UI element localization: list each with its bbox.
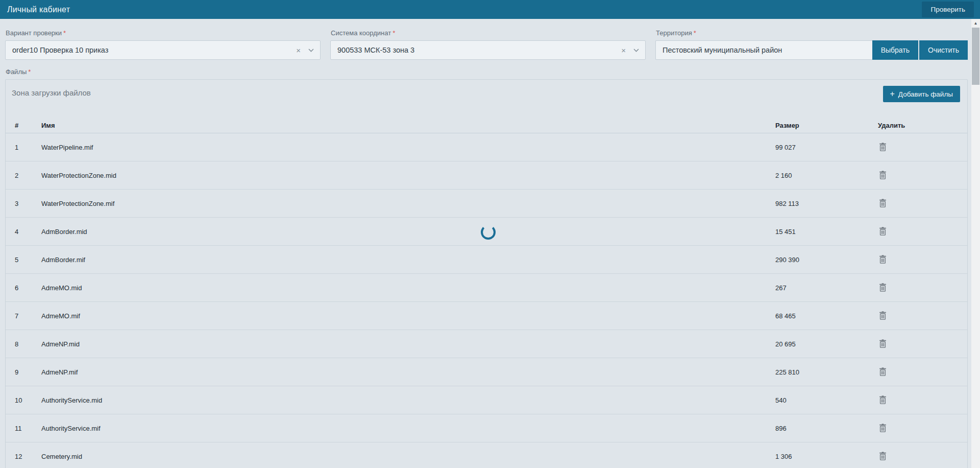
- check-button[interactable]: Проверить: [922, 2, 974, 17]
- chevron-down-icon[interactable]: [633, 49, 639, 52]
- file-name-cell: AdmBorder.mid: [41, 228, 775, 236]
- delete-file-button[interactable]: [878, 451, 888, 461]
- files-label: Файлы*: [6, 68, 968, 76]
- territory-label-text: Территория: [656, 29, 692, 37]
- add-files-button[interactable]: + Добавить файлы: [883, 86, 961, 102]
- table-row: 5 AdmBorder.mif 290 390: [6, 246, 967, 274]
- file-index-cell: 5: [6, 256, 41, 264]
- file-name-cell: AdmeNP.mid: [41, 340, 775, 348]
- table-row: 6 AdmeMO.mid 267: [6, 274, 967, 302]
- file-size-cell: 15 451: [775, 228, 871, 236]
- column-header-size: Размер: [775, 122, 871, 129]
- table-row: 11 AuthorityService.mif 896: [6, 414, 967, 442]
- trash-icon: [879, 227, 887, 236]
- upload-zone-header: Зона загрузки файлов + Добавить файлы: [6, 83, 967, 102]
- table-row: 3 WaterProtectionZone.mif 982 113: [6, 190, 967, 218]
- territory-input-group: Пестовский муниципальный район Выбрать О…: [655, 40, 968, 60]
- file-name-cell: AdmeNP.mif: [41, 368, 775, 376]
- delete-file-button[interactable]: [878, 366, 888, 377]
- table-row: 7 AdmeMO.mif 68 465: [6, 302, 967, 330]
- coordinate-system-select[interactable]: 900533 МСК-53 зона 3 ×: [330, 40, 646, 60]
- delete-file-button[interactable]: [878, 170, 888, 180]
- coordinate-system-label: Система координат*: [331, 29, 646, 37]
- coordinate-system-value: 900533 МСК-53 зона 3: [337, 46, 414, 54]
- column-header-name: Имя: [41, 122, 775, 129]
- file-table-header-row: # Имя Размер Удалить: [6, 118, 967, 133]
- table-row: 2 WaterProtectionZone.mid 2 160: [6, 161, 967, 190]
- file-delete-cell: [871, 170, 967, 181]
- file-size-cell: 99 027: [775, 144, 871, 151]
- delete-file-button[interactable]: [878, 142, 888, 152]
- trash-icon: [879, 367, 887, 376]
- check-variant-label: Вариант проверки*: [6, 29, 321, 37]
- delete-file-button[interactable]: [878, 338, 888, 349]
- scrollbar-thumb[interactable]: [972, 28, 979, 85]
- page-title: Личный кабинет: [7, 5, 70, 14]
- file-index-cell: 9: [6, 368, 41, 376]
- file-delete-cell: [871, 423, 967, 434]
- file-size-cell: 68 465: [775, 312, 871, 320]
- file-size-cell: 982 113: [775, 200, 871, 207]
- clear-icon[interactable]: ×: [296, 46, 301, 54]
- file-index-cell: 3: [6, 200, 41, 207]
- select-icons: ×: [621, 46, 639, 54]
- app-header: Личный кабинет Проверить: [0, 0, 980, 19]
- delete-file-button[interactable]: [878, 394, 888, 405]
- trash-icon: [879, 424, 887, 432]
- plus-icon: +: [890, 90, 895, 98]
- file-delete-cell: [871, 394, 967, 406]
- delete-file-button[interactable]: [878, 282, 888, 293]
- trash-icon: [879, 452, 887, 460]
- upload-zone-title: Зона загрузки файлов: [12, 86, 91, 97]
- trash-icon: [879, 395, 887, 404]
- select-icons: ×: [296, 46, 314, 54]
- form-row: Вариант проверки* order10 Проверка 10 пр…: [5, 28, 968, 60]
- file-name-cell: WaterProtectionZone.mid: [41, 172, 775, 179]
- file-delete-cell: [871, 254, 967, 265]
- coordinate-system-label-text: Система координат: [331, 29, 391, 37]
- scroll-up-arrow-icon[interactable]: ▲: [971, 19, 980, 28]
- file-table-body: 1 WaterPipeline.mif 99 027 2 WaterProtec…: [6, 133, 967, 468]
- file-index-cell: 1: [6, 144, 41, 151]
- coordinate-system-field-group: Система координат* 900533 МСК-53 зона 3 …: [330, 28, 646, 60]
- file-size-cell: 20 695: [775, 340, 871, 348]
- chevron-down-icon[interactable]: [308, 49, 314, 52]
- file-size-cell: 2 160: [775, 172, 871, 179]
- territory-clear-button[interactable]: Очистить: [919, 40, 968, 60]
- territory-select-button[interactable]: Выбрать: [872, 40, 918, 60]
- file-name-cell: AdmeMO.mif: [41, 312, 775, 320]
- table-row: 1 WaterPipeline.mif 99 027: [6, 133, 967, 161]
- table-row: 10 AuthorityService.mid 540: [6, 386, 967, 414]
- delete-file-button[interactable]: [878, 310, 888, 321]
- territory-field-group: Территория* Пестовский муниципальный рай…: [655, 28, 968, 60]
- add-files-button-label: Добавить файлы: [898, 90, 953, 98]
- required-asterisk: *: [28, 68, 31, 76]
- file-name-cell: AuthorityService.mid: [41, 396, 775, 404]
- upload-zone-panel: Зона загрузки файлов + Добавить файлы # …: [5, 79, 968, 468]
- required-asterisk: *: [694, 29, 696, 37]
- file-delete-cell: [871, 310, 967, 321]
- file-name-cell: AdmBorder.mif: [41, 256, 775, 264]
- file-delete-cell: [871, 142, 967, 153]
- delete-file-button[interactable]: [878, 423, 888, 433]
- check-variant-value: order10 Проверка 10 приказ: [12, 46, 108, 54]
- delete-file-button[interactable]: [878, 198, 888, 208]
- check-variant-label-text: Вариант проверки: [6, 29, 62, 37]
- file-name-cell: WaterProtectionZone.mif: [41, 200, 775, 207]
- clear-icon[interactable]: ×: [621, 46, 626, 54]
- file-table: # Имя Размер Удалить 1 WaterPipeline.mif…: [6, 118, 967, 468]
- delete-file-button[interactable]: [878, 226, 888, 237]
- trash-icon: [879, 339, 887, 348]
- vertical-scrollbar[interactable]: ▲: [971, 19, 980, 468]
- check-variant-select[interactable]: order10 Проверка 10 приказ ×: [5, 40, 321, 60]
- file-index-cell: 2: [6, 172, 41, 179]
- column-header-index: #: [6, 122, 41, 129]
- file-name-cell: AdmeMO.mid: [41, 284, 775, 292]
- territory-input[interactable]: Пестовский муниципальный район: [655, 40, 872, 60]
- territory-label: Территория*: [656, 29, 968, 37]
- file-index-cell: 8: [6, 340, 41, 348]
- file-size-cell: 225 810: [775, 368, 871, 376]
- table-row: 8 AdmeNP.mid 20 695: [6, 330, 967, 358]
- file-delete-cell: [871, 451, 967, 462]
- delete-file-button[interactable]: [878, 254, 888, 265]
